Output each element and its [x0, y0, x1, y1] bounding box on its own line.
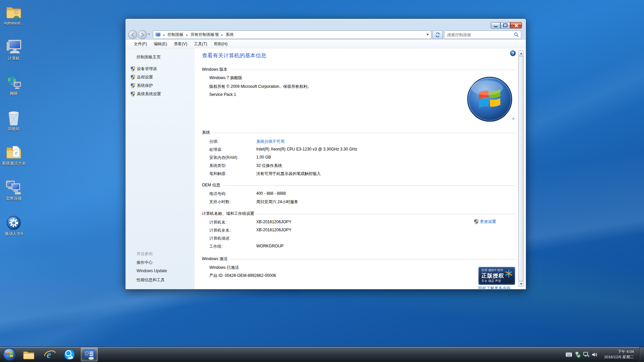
usb-device-icon[interactable] [574, 347, 582, 362]
taskbar-qq-browser-button[interactable] [62, 347, 77, 362]
system-row: 安装内存(RAM): 1.00 GB [209, 155, 514, 161]
row-label: 计算机全名: [209, 228, 256, 233]
breadcrumb-separator: ▸ [161, 33, 168, 37]
desktop-icon-network[interactable]: 网络 [1, 73, 27, 96]
chevron-down-icon[interactable] [426, 34, 429, 36]
close-icon [514, 23, 518, 27]
volume-icon[interactable] [590, 347, 598, 362]
scroll-up-button[interactable] [519, 51, 524, 56]
desktop-icon-label: Administr... [1, 21, 27, 25]
oem-row: 支持小时数: 周日至周六 24小时服务 [209, 199, 514, 205]
folder-icon [23, 350, 34, 360]
sidebar-item-action-center[interactable]: 操作中心 [137, 260, 153, 265]
uac-shield-icon [130, 92, 135, 97]
close-button[interactable] [510, 22, 522, 28]
back-button[interactable] [128, 30, 137, 39]
row-label: 安装内存(RAM): [209, 155, 256, 161]
row-value: 32 位操作系统 [256, 163, 282, 169]
section-header: Windows 版本 [202, 67, 227, 72]
user-folder-icon [1, 3, 27, 20]
sidebar: 控制面板主页 设备管理器 远程设置 系统保护 高级系统设置 另请参阅 [126, 48, 195, 289]
svg-text:?: ? [512, 51, 514, 55]
scroll-down-button[interactable] [519, 281, 524, 287]
navigation-bar: ▸ 控制面板 ▸ 所有控制面板项 ▸ 系统 [125, 29, 526, 40]
minimize-button[interactable] [491, 22, 500, 28]
taskbar-control-panel-button-active[interactable] [81, 348, 98, 361]
section-windows-edition: Windows 版本 [202, 67, 516, 72]
search-input[interactable] [444, 33, 514, 37]
forward-button[interactable] [138, 30, 147, 39]
triangle-up-icon [520, 53, 523, 54]
sidebar-item-performance-tools[interactable]: 性能信息和工具 [137, 277, 165, 283]
address-bar[interactable]: ▸ 控制面板 ▸ 所有控制面板项 ▸ 系统 [153, 31, 431, 39]
breadcrumb-separator: ▸ [219, 33, 226, 37]
network-status-icon[interactable] [582, 347, 590, 362]
breadcrumb-control-panel[interactable]: 控制面板 [168, 32, 184, 38]
registered-mark: ® [512, 117, 515, 121]
system-properties-window: ▸ 控制面板 ▸ 所有控制面板项 ▸ 系统 [125, 18, 526, 290]
recent-pages-dropdown-icon[interactable] [148, 34, 150, 35]
arrow-right-icon [140, 33, 145, 37]
control-panel-icon [83, 349, 95, 360]
taskbar-internet-explorer-button[interactable]: e [42, 347, 58, 362]
sidebar-item-advanced-system-settings[interactable]: 高级系统设置 [130, 91, 161, 97]
desktop-icon-system-activation[interactable]: e 系统激活大全 [1, 143, 27, 166]
taskbar-clock[interactable]: 下午 4:04 2016/12/6 星期二 [604, 349, 634, 360]
genuine-software-badge[interactable]: 使用 微软® 软件 正版授权 安全 稳定 声誉 [478, 267, 515, 285]
input-method-keyboard-icon[interactable] [565, 347, 573, 362]
clock-time: 下午 4:04 [604, 349, 634, 354]
sidebar-item-windows-update[interactable]: Windows Update [137, 268, 167, 273]
refresh-button[interactable] [432, 31, 443, 39]
breadcrumb-system[interactable]: 系统 [226, 32, 234, 38]
qq-browser-icon [64, 349, 75, 360]
start-button[interactable] [3, 348, 16, 361]
desktop-icon-recycle-bin[interactable]: 回收站 [1, 108, 27, 131]
desktop-icon-administrator[interactable]: Administr... [1, 3, 27, 25]
taskbar-explorer-button[interactable] [21, 347, 36, 362]
search-box [444, 31, 521, 39]
uac-shield-icon [474, 219, 479, 225]
scrollbar-thumb[interactable] [519, 56, 524, 281]
row-label: 工作组: [209, 244, 256, 249]
help-button[interactable]: ? [510, 50, 516, 56]
vertical-scrollbar[interactable] [518, 50, 524, 287]
desktop-icon-label: 网络 [1, 92, 27, 96]
row-label: 电话号码: [209, 191, 256, 197]
network-icon [1, 73, 27, 90]
change-settings-label: 更改设置 [480, 219, 496, 225]
product-id: 产品 ID: 00426-OEM-8992662-00006 [209, 273, 276, 279]
menu-help[interactable]: 帮助(H) [211, 40, 231, 48]
search-icon[interactable] [514, 32, 519, 37]
row-label: 支持小时数: [209, 199, 256, 205]
taskbar: e [0, 347, 644, 362]
menu-view[interactable]: 查看(V) [170, 40, 191, 48]
uac-shield-icon [130, 83, 135, 88]
desktop-icon-computer[interactable]: 计算机 [1, 38, 27, 61]
sidebar-item-label: 高级系统设置 [137, 91, 161, 97]
rating-unavailable-link[interactable]: 系统分级不可用 [256, 139, 284, 144]
desktop-icon-driver-life[interactable]: 驱动人生6 [1, 213, 27, 236]
system-row: 分级: 系统分级不可用 [209, 139, 514, 144]
change-settings-link[interactable]: 更改设置 [474, 219, 496, 225]
edition-name: Windows 7 旗舰版 [209, 75, 242, 81]
page-title: 查看有关计算机的基本信息 [202, 52, 266, 59]
maximize-button[interactable] [500, 22, 510, 28]
computer-name-row: 计算机全名: XB-20161206JOPY [209, 228, 514, 233]
menu-edit[interactable]: 编辑(E) [150, 40, 170, 48]
menu-tools[interactable]: 工具(T) [191, 40, 210, 48]
sidebar-item-system-protection[interactable]: 系统保护 [130, 83, 153, 88]
row-value: XB-20161206JOPY [256, 228, 291, 233]
learn-more-online-link[interactable]: 联机了解更多内容 [478, 286, 511, 289]
section-header: 计算机名称、域和工作组设置 [202, 211, 254, 217]
menu-file[interactable]: 文件(F) [130, 40, 150, 48]
gear-app-icon [1, 213, 27, 231]
breadcrumb-all-items[interactable]: 所有控制面板项 [191, 32, 219, 38]
row-value: 1.00 GB [256, 155, 271, 161]
desktop-icon-label: 计算机 [1, 56, 27, 61]
sidebar-item-remote-settings[interactable]: 远程设置 [130, 74, 153, 80]
desktop-icon-broadband[interactable]: 宽带连接 [1, 178, 27, 201]
show-desktop-button[interactable] [639, 347, 644, 362]
window-controls [491, 22, 522, 28]
sidebar-item-control-panel-home[interactable]: 控制面板主页 [137, 54, 161, 60]
sidebar-item-device-manager[interactable]: 设备管理器 [130, 66, 157, 72]
